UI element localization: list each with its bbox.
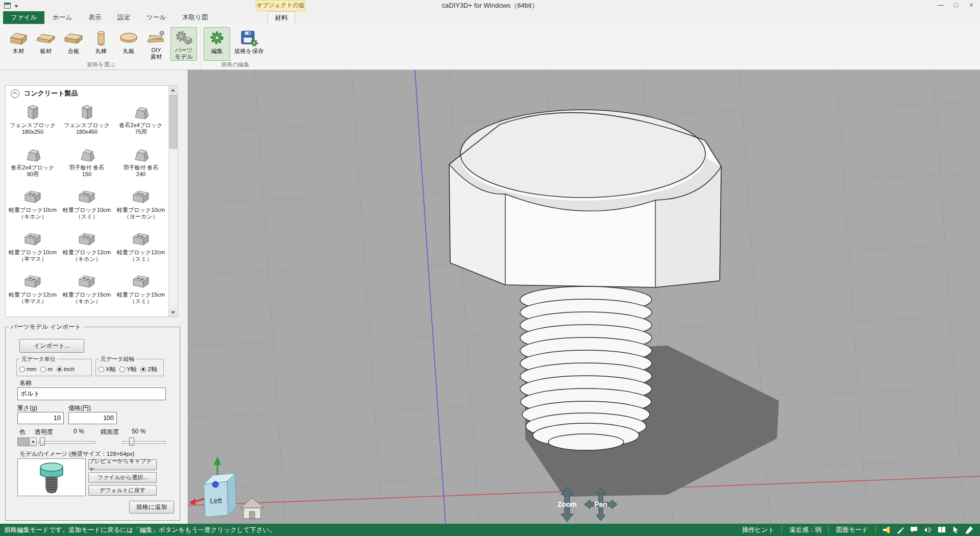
- model-image-preview: [17, 458, 86, 496]
- lightweight-block-icon: [114, 273, 168, 291]
- capture-from-preview-button[interactable]: プレビューからキャプチャ: [88, 459, 157, 470]
- gloss-slider[interactable]: [122, 437, 165, 446]
- scroll-down-icon[interactable]: [169, 308, 177, 316]
- item-label-line1: 軽量ブロック10cm: [117, 207, 165, 213]
- ribbon-button-save-standard[interactable]: 規格を保存: [231, 27, 267, 61]
- sidebar-item[interactable]: 軽量ブロック10cm（キホン）: [6, 186, 60, 228]
- ribbon-button-board[interactable]: 板材: [33, 27, 59, 61]
- standards-list-panel: コンクリート製品 フェンスブロック180x250フェンスブロック180x450沓…: [5, 85, 178, 317]
- scroll-up-icon[interactable]: [169, 86, 177, 94]
- import-button[interactable]: インポート...: [19, 339, 84, 353]
- pages-icon[interactable]: [937, 525, 946, 534]
- flip-icon[interactable]: [923, 525, 933, 534]
- pen-icon[interactable]: [896, 525, 905, 534]
- tab-material-active[interactable]: 材料: [267, 11, 295, 25]
- tab-4[interactable]: 木取り図: [174, 11, 216, 24]
- lightweight-block-icon: [114, 315, 168, 316]
- sidebar-item[interactable]: フェンスブロック180x450: [60, 101, 114, 143]
- select-from-file-button[interactable]: ファイルから選択...: [88, 472, 157, 483]
- weight-input[interactable]: [17, 412, 64, 424]
- radio-X軸[interactable]: X軸: [99, 366, 115, 373]
- sidebar-item[interactable]: 沓石2x4ブロック90用: [6, 143, 60, 186]
- close-button[interactable]: ×: [964, 0, 979, 11]
- dropdown-arrow-icon: [30, 441, 36, 443]
- pencil-icon[interactable]: [965, 525, 974, 534]
- radio-Z軸[interactable]: Z軸: [140, 366, 157, 373]
- add-to-standard-button[interactable]: 規格に追加: [129, 501, 174, 514]
- ribbon-button-plywood[interactable]: 合板: [60, 27, 87, 61]
- sidebar-item[interactable]: 軽量ブロック10cm（ヨーカン）: [114, 186, 168, 228]
- item-label-line2: （ヨーカン）: [124, 213, 158, 220]
- sidebar-item[interactable]: フェンスブロック180x250: [6, 101, 60, 143]
- sidebar-item[interactable]: 軽量ブロック15cm（スミ）: [114, 271, 168, 313]
- reset-default-button[interactable]: デフォルトに戻す: [88, 485, 157, 496]
- perspective-toggle[interactable]: 遠近感：弱: [782, 526, 828, 534]
- radio-inch[interactable]: inch: [57, 366, 75, 372]
- minimize-button[interactable]: —: [933, 0, 948, 11]
- lightweight-block-icon: [60, 188, 114, 207]
- app-icon[interactable]: [4, 2, 11, 11]
- radio-mm[interactable]: mm: [19, 366, 36, 372]
- sidebar-item[interactable]: 羽子板付 沓石150: [60, 143, 114, 186]
- sidebar-item[interactable]: 軽量ブロック12cm（スミ）: [114, 228, 168, 271]
- sidebar-item[interactable]: 軽量ブロック12cm（半マス）: [6, 271, 60, 313]
- sidebar-item[interactable]: 軽量ブロック15cm（キホン）: [60, 271, 114, 313]
- drawing-mode-toggle[interactable]: 図面モード: [829, 526, 875, 534]
- diy-materials-icon: [146, 29, 166, 46]
- item-label-line2: （スミ）: [130, 256, 153, 262]
- flashlight-icon[interactable]: [882, 525, 891, 534]
- tab-3[interactable]: ツール: [138, 11, 174, 24]
- ribbon-button-round-board[interactable]: 丸板: [115, 27, 142, 61]
- window-title: caDIY3D+ for Windows（64bit）: [0, 0, 980, 11]
- ribbon-button-parts-model[interactable]: パーツモデル: [170, 27, 197, 61]
- ribbon-button-lumber[interactable]: 木材: [5, 27, 32, 61]
- collapse-chevron-icon[interactable]: [11, 89, 19, 98]
- comment-icon[interactable]: [910, 525, 919, 534]
- home-view-button[interactable]: [240, 498, 264, 519]
- fence-block-icon: [60, 104, 114, 122]
- sidebar-scrollbar[interactable]: [168, 86, 178, 316]
- radio-m[interactable]: m: [40, 366, 53, 372]
- ribbon-button-edit-gear[interactable]: 編集: [204, 27, 230, 61]
- name-input[interactable]: [17, 387, 166, 400]
- slider-handle[interactable]: [129, 437, 134, 446]
- sidebar-item[interactable]: 沓石2x4ブロック75用: [114, 101, 168, 143]
- cursor-icon[interactable]: [951, 525, 960, 534]
- ribbon-button-diy-materials[interactable]: DIY資材: [143, 27, 169, 61]
- item-label-line2: （スミ）: [76, 213, 99, 220]
- source-axis-label: 元データ縦軸: [99, 355, 136, 363]
- quick-access-dropdown-icon[interactable]: [14, 5, 18, 8]
- sidebar-item[interactable]: 軽量ブロック10cm（スミ）: [60, 186, 114, 228]
- sidebar-item[interactable]: 軽量ブロック12cm（キホン）: [60, 228, 114, 271]
- radio-Y軸[interactable]: Y軸: [119, 366, 136, 373]
- item-label-line1: 沓石2x4ブロック: [119, 122, 163, 128]
- scrollbar-thumb[interactable]: [169, 95, 177, 149]
- import-panel-title: パーツモデル インポート: [9, 323, 83, 331]
- sidebar-item[interactable]: [60, 313, 114, 316]
- tab-file[interactable]: ファイル: [3, 11, 44, 24]
- price-input[interactable]: [68, 412, 117, 424]
- item-label-line1: 軽量ブロック12cm: [63, 249, 111, 255]
- item-label-line1: 軽量ブロック10cm: [9, 249, 57, 255]
- tab-2[interactable]: 設定: [109, 11, 138, 24]
- color-picker-button[interactable]: [17, 437, 37, 446]
- viewport-3d[interactable]: Left Zoom Pan: [188, 70, 980, 524]
- sidebar-item[interactable]: [114, 313, 168, 316]
- hint-button[interactable]: 操作ヒント: [735, 526, 781, 534]
- lightweight-block-icon: [6, 273, 60, 291]
- sidebar-item[interactable]: 羽子板付 沓石240: [114, 143, 168, 186]
- ribbon-button-round-bar[interactable]: 丸棒: [88, 27, 114, 61]
- transparency-slider[interactable]: [38, 437, 95, 446]
- tab-1[interactable]: 表示: [80, 11, 109, 24]
- sidebar-item[interactable]: 軽量ブロック10cm（半マス）: [6, 228, 60, 271]
- origin-sphere-icon: [212, 481, 218, 488]
- maximize-button[interactable]: □: [948, 0, 964, 11]
- slider-handle[interactable]: [40, 437, 45, 446]
- view-cube[interactable]: Left: [204, 473, 236, 517]
- sidebar-item[interactable]: [6, 313, 60, 316]
- ribbon-button-label: 合板: [68, 48, 80, 55]
- item-label-line2: （キホン）: [18, 213, 47, 220]
- color-label: 色: [19, 428, 26, 436]
- tab-0[interactable]: ホーム: [44, 11, 80, 24]
- category-header[interactable]: コンクリート製品: [6, 86, 178, 101]
